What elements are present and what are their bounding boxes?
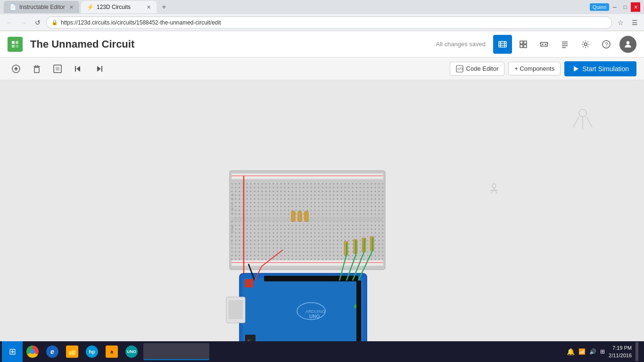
svg-rect-69 xyxy=(305,211,308,222)
tab-label-circuits: 123D Circuits xyxy=(97,4,131,10)
minimize-btn[interactable]: ─ xyxy=(610,2,619,12)
svg-text:?: ? xyxy=(605,41,608,48)
tab-label-instructable: Instructable Editor xyxy=(19,4,65,10)
refresh-btn[interactable]: ↺ xyxy=(32,17,43,28)
svg-marker-37 xyxy=(97,66,101,72)
svg-rect-86 xyxy=(245,279,253,288)
svg-point-14 xyxy=(542,43,544,45)
hp-taskbar-icon[interactable]: hp xyxy=(82,342,102,361)
components-label: + Components xyxy=(514,65,554,72)
svg-text:h: h xyxy=(231,230,233,233)
svg-text:d: d xyxy=(231,207,233,210)
menu-btn[interactable]: ☰ xyxy=(629,17,640,28)
start-sim-label: Start Simulation xyxy=(582,65,629,73)
svg-rect-5 xyxy=(499,43,506,44)
new-tab-btn[interactable]: + xyxy=(158,1,170,13)
taskbar: ⊞ e hp a UNO 🔔 📶 🔊 ⊞ 7:19 PM 2/11/2016 xyxy=(0,341,644,362)
svg-text:f: f xyxy=(231,220,232,223)
tray-notification-icon[interactable]: 🔔 xyxy=(567,348,575,355)
svg-rect-29 xyxy=(34,67,39,73)
svg-rect-34 xyxy=(56,67,59,71)
svg-marker-35 xyxy=(76,66,80,72)
tab-close-circuits[interactable]: ✕ xyxy=(147,4,151,10)
help-icon-btn[interactable]: ? xyxy=(597,35,616,54)
svg-rect-109 xyxy=(69,349,72,351)
svg-rect-12 xyxy=(524,45,527,48)
svg-rect-64 xyxy=(291,211,295,222)
right-toolbar: </> Code Editor + Components Start Simul… xyxy=(450,61,636,76)
svg-point-22 xyxy=(584,43,587,46)
svg-rect-7 xyxy=(500,41,501,47)
svg-rect-2 xyxy=(12,45,15,48)
address-text: https://123d.circuits.io/circuits/158845… xyxy=(61,19,221,26)
svg-rect-8 xyxy=(504,41,505,47)
tab-circuits[interactable]: ⚡ 123D Circuits ✕ xyxy=(81,1,157,13)
canvas-area[interactable]: a b c d e f g h i j xyxy=(0,80,644,362)
taskbar-clock: 7:19 PM 2/11/2016 xyxy=(609,344,632,360)
tab-favicon-circuits: ⚡ xyxy=(87,4,94,10)
start-simulation-btn[interactable]: Start Simulation xyxy=(564,61,636,76)
tab-close-instructable[interactable]: ✕ xyxy=(69,4,74,10)
amazon-taskbar-icon[interactable]: a xyxy=(102,342,122,361)
tray-network-icon[interactable]: 📶 xyxy=(578,348,586,355)
svg-rect-0 xyxy=(12,41,15,44)
code-editor-btn[interactable]: </> Code Editor xyxy=(450,62,505,76)
svg-rect-68 xyxy=(298,211,302,222)
ie-taskbar-icon[interactable]: e xyxy=(42,342,62,361)
app-logo xyxy=(8,37,23,52)
taskbar-time: 7:19 PM xyxy=(609,344,632,352)
prev-tool[interactable] xyxy=(70,60,87,77)
back-btn[interactable]: ← xyxy=(4,17,15,28)
explorer-taskbar-icon[interactable] xyxy=(62,342,82,361)
svg-rect-84 xyxy=(264,276,358,281)
star-btn[interactable]: ☆ xyxy=(615,17,626,28)
header-icons: ? xyxy=(493,35,616,54)
svg-text:c: c xyxy=(231,202,233,206)
maximize-btn[interactable]: □ xyxy=(620,2,630,12)
user-indicator: Quinn xyxy=(590,3,609,11)
next-tool[interactable] xyxy=(91,60,107,77)
close-btn[interactable]: ✕ xyxy=(631,2,640,12)
start-button[interactable]: ⊞ xyxy=(2,341,23,362)
address-bar[interactable]: 🔒 https://123d.circuits.io/circuits/1588… xyxy=(46,16,612,29)
svg-line-101 xyxy=(364,239,364,252)
bom-icon-btn[interactable] xyxy=(555,35,574,54)
svg-point-25 xyxy=(627,41,630,44)
svg-rect-3 xyxy=(16,45,18,48)
svg-text:e: e xyxy=(231,212,233,215)
user-avatar[interactable] xyxy=(619,36,636,53)
browser-titlebar: 📄 Instructable Editor ✕ ⚡ 123D Circuits … xyxy=(0,0,644,14)
svg-text:g: g xyxy=(231,225,233,229)
schematic-icon-btn[interactable] xyxy=(514,35,533,54)
svg-rect-6 xyxy=(499,45,506,46)
svg-marker-41 xyxy=(574,66,578,72)
tab-instructable[interactable]: 📄 Instructable Editor ✕ xyxy=(4,1,79,13)
tray-volume-icon[interactable]: 🔊 xyxy=(589,348,596,355)
add-component-tool[interactable] xyxy=(8,60,25,77)
pcb-icon-btn[interactable] xyxy=(535,35,553,54)
fit-screen-tool[interactable] xyxy=(49,60,66,77)
delete-tool[interactable] xyxy=(28,60,45,77)
forward-btn[interactable]: → xyxy=(18,17,29,28)
toolbar: </> Code Editor + Components Start Simul… xyxy=(0,58,644,80)
film-icon-btn[interactable] xyxy=(493,35,512,54)
system-tray: 🔔 📶 🔊 ⊞ 7:19 PM 2/11/2016 xyxy=(567,342,642,361)
svg-rect-1 xyxy=(16,41,18,44)
lock-icon: 🔒 xyxy=(51,19,58,25)
browser-toolbar: ← → ↺ 🔒 https://123d.circuits.io/circuit… xyxy=(0,14,644,31)
circuit-diagram: a b c d e f g h i j xyxy=(0,80,644,362)
app-container: The Unnamed Circuit All changes saved ? xyxy=(0,31,644,362)
components-btn[interactable]: + Components xyxy=(508,62,561,75)
chrome-taskbar-icon[interactable] xyxy=(23,342,42,361)
arduino-taskbar-icon[interactable]: UNO xyxy=(122,342,141,361)
svg-text:UNO: UNO xyxy=(309,314,320,319)
active-window-indicator[interactable] xyxy=(143,343,209,360)
tab-favicon-instructable: 📄 xyxy=(9,4,17,10)
show-desktop-btn[interactable] xyxy=(636,342,638,361)
app-header: The Unnamed Circuit All changes saved ? xyxy=(0,31,644,58)
svg-rect-77 xyxy=(229,300,243,319)
tray-windows-icon[interactable]: ⊞ xyxy=(600,348,605,355)
svg-point-104 xyxy=(492,184,496,188)
svg-text:a: a xyxy=(231,193,233,196)
settings-icon-btn[interactable] xyxy=(576,35,595,54)
